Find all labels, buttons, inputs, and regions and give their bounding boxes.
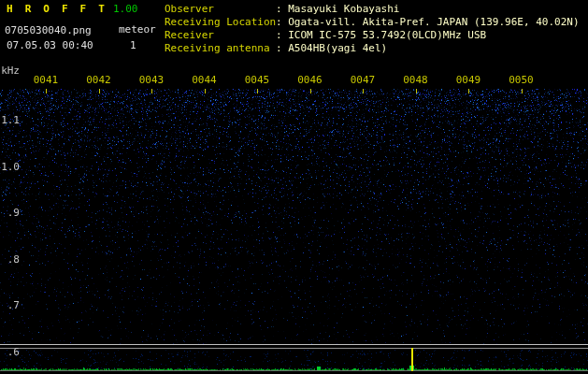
event-marker-line bbox=[411, 348, 413, 371]
separator-line-top bbox=[0, 344, 588, 345]
frequency-tick-label: 1.1 bbox=[0, 114, 20, 126]
time-tick-label: 0044 bbox=[192, 74, 217, 86]
output-filename: 0705030040.png bbox=[5, 24, 92, 36]
station-info-row: Observer: Masayuki Kobayashi bbox=[165, 3, 580, 16]
time-tick-mark bbox=[310, 89, 311, 94]
time-tick-label: 0050 bbox=[509, 74, 534, 86]
time-tick-mark bbox=[416, 89, 417, 94]
time-tick-label: 0041 bbox=[34, 74, 59, 86]
info-label: Observer bbox=[165, 3, 276, 16]
time-tick-mark bbox=[468, 89, 469, 94]
frequency-tick-label: 1.0 bbox=[0, 161, 20, 173]
info-label: Receiving antenna bbox=[165, 42, 276, 55]
time-tick-label: 0042 bbox=[86, 74, 111, 86]
time-tick-label: 0043 bbox=[139, 74, 165, 86]
info-label: Receiving Location bbox=[165, 16, 276, 29]
frequency-tick-label: .8 bbox=[0, 253, 20, 266]
info-value: : Masayuki Kobayashi bbox=[276, 3, 399, 15]
time-tick-label: 0045 bbox=[245, 74, 270, 86]
time-tick-mark bbox=[363, 89, 364, 94]
time-tick-label: 0048 bbox=[403, 74, 428, 86]
meteor-count: 1 bbox=[130, 39, 136, 51]
info-value: : A504HB(yagi 4el) bbox=[276, 42, 387, 54]
time-tick-mark bbox=[257, 89, 258, 94]
time-tick-label: 0047 bbox=[351, 74, 376, 86]
separator-line-bottom bbox=[0, 348, 588, 349]
app-version: 1.00 bbox=[113, 3, 138, 15]
spectrogram-noise-canvas bbox=[0, 0, 588, 374]
frequency-unit-label: kHz bbox=[0, 65, 20, 77]
info-value: : ICOM IC-575 53.7492(0LCD)MHz USB bbox=[276, 29, 486, 41]
station-info-row: Receiving antenna: A504HB(yagi 4el) bbox=[165, 42, 580, 55]
frequency-tick-label: .7 bbox=[0, 299, 20, 311]
time-tick-label: 0049 bbox=[456, 74, 481, 86]
datetime-label: 07.05.03 00:40 bbox=[7, 39, 93, 51]
time-tick-mark bbox=[99, 89, 100, 94]
station-info: Observer: Masayuki KobayashiReceiving Lo… bbox=[165, 3, 580, 55]
time-tick-label: 0046 bbox=[297, 74, 323, 86]
hrofft-spectrogram-window: H R O F F T 1.00 0705030040.png meteor 0… bbox=[0, 0, 588, 374]
info-label: Receiver bbox=[165, 29, 276, 42]
station-info-row: Receiving Location: Ogata-vill. Akita-Pr… bbox=[165, 16, 580, 29]
app-title: H R O F F T bbox=[7, 3, 108, 15]
mode-label: meteor bbox=[119, 23, 156, 36]
time-tick-mark bbox=[151, 89, 152, 94]
station-info-row: Receiver: ICOM IC-575 53.7492(0LCD)MHz U… bbox=[165, 29, 580, 42]
frequency-tick-label: .9 bbox=[0, 207, 20, 219]
frequency-tick-label: .6 bbox=[0, 346, 20, 358]
time-tick-mark bbox=[522, 89, 523, 94]
time-tick-mark bbox=[205, 89, 206, 94]
level-strip-baseline bbox=[0, 370, 588, 371]
info-value: : Ogata-vill. Akita-Pref. JAPAN (139.96E… bbox=[276, 16, 580, 28]
time-tick-mark bbox=[46, 89, 47, 94]
